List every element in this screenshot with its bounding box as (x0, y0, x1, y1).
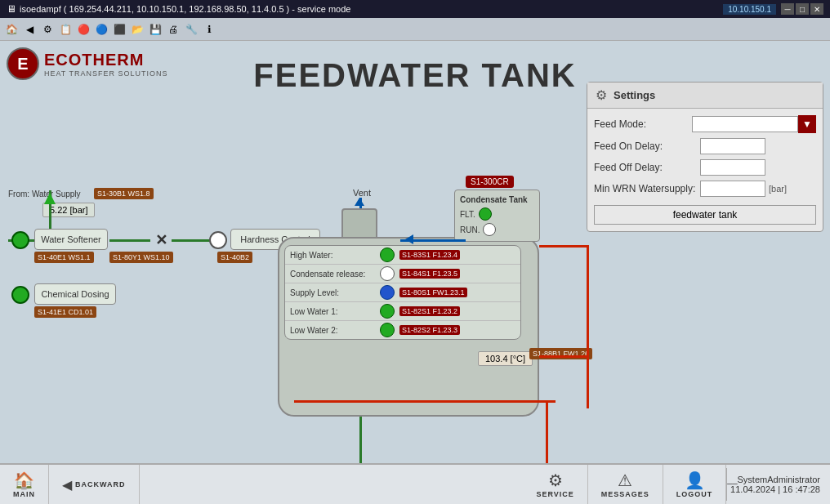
condensate-tank-name: Condensate Tank (460, 195, 534, 204)
flt-label: FLT. (460, 210, 475, 219)
circle-chem-dosing (11, 286, 29, 304)
close-button[interactable]: ✕ (810, 3, 823, 15)
minimize-button[interactable]: ─ (781, 3, 794, 15)
indicator-low-water-2 (380, 323, 395, 337)
chemical-dosing-box: Chemical Dosing (34, 283, 116, 305)
toolbar-icon-2[interactable]: ◀ (21, 21, 38, 38)
tank-row-high-water: High Water: S1-83S1 F1.23.4 (285, 246, 520, 265)
code-84s1: S1-84S1 F1.23.5 (399, 269, 460, 279)
ip-badge: 10.10.150.1 (723, 4, 776, 15)
flt-indicator (479, 207, 492, 221)
indicator-low-water-1 (380, 304, 395, 319)
logo: E ECOTHERM HEAT TRANSFER SOLUTIONS (7, 47, 168, 80)
tank-row-low-water-2: Low Water 2: S1-82S2 F1.23.3 (285, 321, 520, 339)
backward-label: BACKWARD (75, 480, 126, 488)
service-icon: ⚙ (548, 471, 563, 490)
logo-brand: ECOTHERM (44, 51, 168, 69)
label-condensate-release: Condensate release: (290, 270, 380, 279)
pipe-h-red-top (539, 245, 588, 248)
toolbar-icon-6[interactable]: 🔵 (93, 21, 109, 38)
logo-circle: E (7, 47, 39, 80)
code-82s1: S1-82S1 F1.23.2 (399, 306, 460, 316)
arrow-left-condensate (405, 234, 413, 244)
tank-row-condensate-release: Condensate release: S1-84S1 F1.23.5 (285, 265, 520, 283)
condensate-panel: Condensate Tank FLT. RUN. (454, 190, 540, 242)
label-s1-40b2: S1-40B2 (217, 252, 252, 263)
code-80s1: S1-80S1 FW1.23.1 (399, 288, 467, 297)
water-softener-box: Water Softener (34, 229, 108, 250)
logo-sub: HEAT TRANSFER SOLUTIONS (44, 69, 168, 78)
nav-main[interactable]: 🏠 MAIN (0, 465, 49, 504)
tank-row-supply-level: Supply Level: S1-80S1 FW1.23.1 (285, 283, 520, 302)
vent-arrow-up (355, 198, 364, 206)
toolbar: 🏠 ◀ ⚙ 📋 🔴 🔵 ⬛ 📂 💾 🖨 🔧 ℹ (0, 18, 830, 41)
window-controls[interactable]: ─ □ ✕ (781, 3, 823, 15)
condensate-tank-badge: S1-300CR (466, 176, 514, 188)
nav-messages[interactable]: ⚠ MESSAGES (588, 465, 663, 504)
logout-label: LOGOUT (676, 490, 713, 498)
toolbar-icon-9[interactable]: 💾 (147, 21, 163, 38)
toolbar-icon-8[interactable]: 📂 (129, 21, 145, 38)
indicator-high-water (380, 248, 395, 262)
indicator-supply-level (380, 285, 395, 300)
toolbar-icon-1[interactable]: 🏠 (3, 21, 20, 38)
pipe-v-green-bottom (359, 417, 362, 463)
bottom-bar: 🏠 MAIN ◀ BACKWARD ⚙ SERVICE ⚠ MESSAGES 👤… (0, 463, 830, 504)
circle-hardness (209, 231, 227, 249)
water-softener-label: Water Softener (41, 234, 101, 244)
window-title: isoedampf ( 169.254.44.211, 10.10.150.1,… (20, 4, 350, 14)
toolbar-icon-10[interactable]: 🖨 (165, 21, 181, 38)
bottom-user-info: __SystemAdministrator 11.04.2024 | 16 :4… (727, 475, 830, 494)
label-low-water-1: Low Water 1: (290, 307, 380, 316)
label-high-water: High Water: (290, 251, 380, 260)
toolbar-icon-5[interactable]: 🔴 (75, 21, 91, 38)
backward-icon: ◀ (62, 477, 72, 493)
main-label: MAIN (13, 490, 35, 498)
logo-text: ECOTHERM HEAT TRANSFER SOLUTIONS (44, 51, 168, 78)
toolbar-icon-7[interactable]: ⬛ (111, 21, 127, 38)
label-s1-30b1: S1-30B1 WS1.8 (94, 188, 154, 199)
chemical-dosing-label: Chemical Dosing (41, 289, 109, 299)
label-s1-80y1: S1-80Y1 WS1.10 (109, 252, 173, 263)
circle-water-softener (11, 231, 29, 249)
pipe-h-mid1 (109, 239, 150, 242)
service-label: SERVICE (536, 490, 573, 498)
run-indicator (483, 223, 496, 236)
main-area: E ECOTHERM HEAT TRANSFER SOLUTIONS FEEDW… (0, 41, 830, 463)
label-supply-level: Supply Level: (290, 288, 380, 297)
vent-label: Vent (353, 188, 371, 198)
label-low-water-2: Low Water 2: (290, 326, 380, 335)
pipe-v-red-right (587, 245, 589, 408)
logout-icon: 👤 (685, 471, 705, 490)
user-name: __SystemAdministrator (727, 475, 820, 484)
valve-x-symbol[interactable]: ✕ (155, 231, 167, 249)
pipe-v-red-steam (546, 400, 548, 463)
maximize-button[interactable]: □ (796, 3, 809, 15)
toolbar-icon-11[interactable]: 🔧 (183, 21, 199, 38)
toolbar-icon-4[interactable]: 📋 (57, 21, 74, 38)
title-bar: 🖥 isoedampf ( 169.254.44.211, 10.10.150.… (0, 0, 830, 18)
nav-backward[interactable]: ◀ BACKWARD (49, 465, 140, 504)
pipe-h-red-bottom (294, 400, 556, 403)
home-icon: 🏠 (14, 471, 34, 490)
nav-logout[interactable]: 👤 LOGOUT (663, 465, 727, 504)
code-83s1: S1-83S1 F1.23.4 (399, 250, 460, 260)
tank-data-table: High Water: S1-83S1 F1.23.4 Condensate r… (284, 245, 521, 340)
toolbar-icon-3[interactable]: ⚙ (39, 21, 56, 38)
diagram: From: Water Supply 5.22 [bar] S1-30B1 WS… (0, 82, 830, 463)
pipe-h-red-right (539, 355, 588, 358)
indicator-condensate-release (380, 266, 395, 281)
tank-pipe-top (341, 208, 377, 241)
messages-icon: ⚠ (618, 471, 632, 490)
run-label: RUN. (460, 225, 480, 234)
code-82s2: S1-82S2 F1.23.3 (399, 325, 460, 335)
title-bar-left: 🖥 isoedampf ( 169.254.44.211, 10.10.150.… (7, 3, 350, 15)
nav-service[interactable]: ⚙ SERVICE (523, 465, 587, 504)
pipe-h-after-valve (172, 239, 212, 242)
temp-badge: 103.4 [°C] (478, 351, 533, 366)
datetime: 11.04.2024 | 16 :47:28 (727, 484, 820, 494)
tri-supply (44, 193, 56, 204)
label-s1-40e1: S1-40E1 WS1.1 (34, 252, 94, 263)
toolbar-icon-12[interactable]: ℹ (201, 21, 217, 38)
tank-row-low-water-1: Low Water 1: S1-82S1 F1.23.2 (285, 302, 520, 321)
